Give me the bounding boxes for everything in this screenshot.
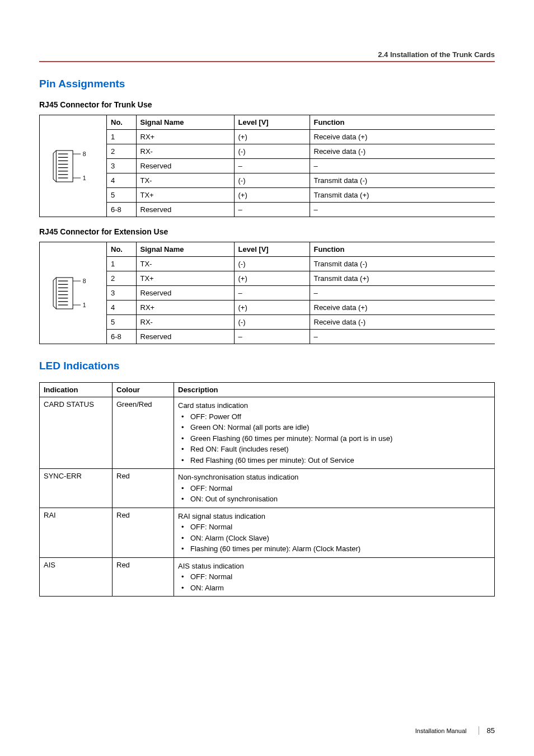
desc-list: OFF: NormalON: Alarm [178,571,490,593]
rj45-diagram-ext: 8 1 [40,242,107,344]
table-row: SYNC-ERRRedNon-synchronisation status in… [40,469,495,508]
table-row: 1TX-(-)Transmit data (-) [107,257,495,271]
trunk-pin-table: 8 1 No. Signal Name Level [V] Function 1… [39,115,495,217]
col-function: Function [310,115,495,130]
cell-signal: TX+ [136,271,234,286]
list-item: Flashing (60 times per minute): Alarm (C… [178,543,490,555]
col-indication: Indication [40,383,113,397]
pin-assignments-title: Pin Assignments [39,78,495,90]
manual-name: Installation Manual [415,727,467,734]
cell-func: – [310,330,495,344]
cell-indication: AIS [40,557,113,597]
rj45-connector-icon: 8 1 [51,274,96,313]
table-row: RAIRedRAI signal status indicationOFF: N… [40,508,495,557]
desc-list: OFF: Power OffGreen ON: Normal (all port… [178,411,490,466]
cell-level: (-) [234,173,310,188]
table-row: 1RX+(+)Receive data (+) [107,130,495,144]
cell-description: RAI signal status indicationOFF: NormalO… [174,508,495,557]
cell-level: (+) [234,188,310,203]
table-row: 4TX-(-)Transmit data (-) [107,173,495,188]
pin-label-8: 8 [82,150,86,157]
cell-indication: RAI [40,508,113,557]
cell-func: Transmit data (-) [310,257,495,271]
table-row: CARD STATUSGreen/RedCard status indicati… [40,397,495,469]
table-row: 3Reserved–– [107,159,495,173]
cell-signal: TX- [136,257,234,271]
table-row: 2RX-(-)Receive data (-) [107,144,495,159]
cell-signal: TX+ [136,188,234,203]
table-row: 2TX+(+)Transmit data (+) [107,271,495,286]
table-header-row: No. Signal Name Level [V] Function [107,242,495,257]
list-item: Green ON: Normal (all ports are idle) [178,422,490,433]
cell-signal: RX+ [136,300,234,315]
cell-signal: Reserved [136,330,234,344]
table-row: AISRedAIS status indicationOFF: NormalON… [40,557,495,597]
led-table: Indication Colour Description CARD STATU… [39,382,495,597]
col-level: Level [V] [234,242,310,257]
cell-no: 4 [107,300,136,315]
list-item: OFF: Power Off [178,411,490,422]
list-item: ON: Alarm (Clock Slave) [178,533,490,544]
desc-lead: Card status indication [178,400,490,411]
desc-lead: AIS status indication [178,561,490,572]
header-rule [39,61,495,62]
ext-subtitle: RJ45 Connector for Extension Use [39,227,495,236]
cell-func: Receive data (+) [310,300,495,315]
cell-func: Receive data (-) [310,315,495,330]
cell-no: 3 [107,159,136,173]
cell-level: – [234,203,310,217]
cell-description: Non-synchronisation status indicationOFF… [174,469,495,508]
cell-level: (+) [234,130,310,144]
page-footer: Installation Manual 85 [415,726,495,735]
cell-level: – [234,286,310,300]
list-item: OFF: Normal [178,522,490,533]
led-indications-title: LED Indications [39,360,495,372]
desc-lead: RAI signal status indication [178,511,490,522]
list-item: Red Flashing (60 times per minute): Out … [178,455,490,466]
cell-no: 6-8 [107,330,136,344]
table-header-row: No. Signal Name Level [V] Function [107,115,495,130]
cell-no: 5 [107,315,136,330]
table-row: 3Reserved–– [107,286,495,300]
header-breadcrumb: 2.4 Installation of the Trunk Cards [39,50,495,59]
page-number: 85 [479,726,495,735]
cell-no: 2 [107,271,136,286]
table-row: 5RX-(-)Receive data (-) [107,315,495,330]
cell-level: – [234,330,310,344]
cell-func: – [310,286,495,300]
col-signal: Signal Name [136,115,234,130]
cell-colour: Red [113,508,174,557]
cell-signal: RX+ [136,130,234,144]
cell-signal: RX- [136,144,234,159]
cell-func: Receive data (-) [310,144,495,159]
col-function: Function [310,242,495,257]
cell-func: Transmit data (+) [310,188,495,203]
table-row: 4RX+(+)Receive data (+) [107,300,495,315]
list-item: ON: Out of synchronisation [178,494,490,505]
svg-rect-11 [56,278,73,309]
rj45-diagram-trunk: 8 1 [40,115,107,217]
cell-colour: Red [113,469,174,508]
cell-level: – [234,159,310,173]
pin-label-8: 8 [82,277,86,284]
rj45-connector-icon: 8 1 [51,147,96,186]
list-item: Red ON: Fault (includes reset) [178,444,490,455]
desc-list: OFF: NormalON: Out of synchronisation [178,483,490,505]
cell-signal: TX- [136,173,234,188]
cell-func: – [310,203,495,217]
cell-no: 2 [107,144,136,159]
cell-level: (-) [234,144,310,159]
cell-indication: CARD STATUS [40,397,113,469]
cell-no: 4 [107,173,136,188]
pin-label-1: 1 [82,174,86,181]
svg-rect-0 [56,151,73,182]
col-signal: Signal Name [136,242,234,257]
cell-func: Receive data (+) [310,130,495,144]
list-item: ON: Alarm [178,583,490,594]
cell-colour: Red [113,557,174,597]
cell-description: Card status indicationOFF: Power OffGree… [174,397,495,469]
cell-no: 1 [107,257,136,271]
table-header-row: Indication Colour Description [40,383,495,397]
col-no: No. [107,242,136,257]
cell-level: (-) [234,257,310,271]
